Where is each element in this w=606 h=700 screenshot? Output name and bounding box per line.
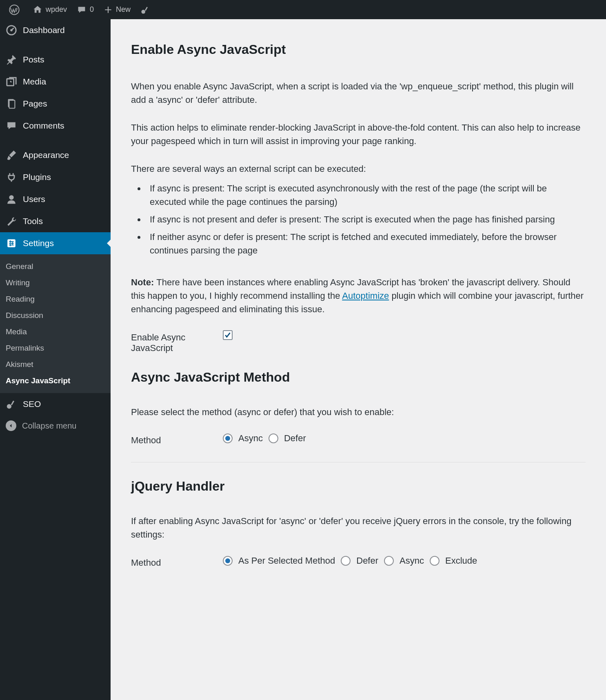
submenu-permalinks[interactable]: Permalinks bbox=[0, 340, 111, 356]
site-link[interactable]: wpdev bbox=[28, 0, 72, 19]
admin-sidebar: Dashboard Posts Media Pages Comments App… bbox=[0, 19, 111, 609]
jquery-intro: If after enabling Async JavaScript for '… bbox=[131, 514, 586, 541]
jquery-method-row: Method As Per Selected Method Defer Asyn… bbox=[131, 556, 586, 568]
radio-jq-defer-label: Defer bbox=[356, 556, 378, 566]
radio-jq-selected[interactable] bbox=[223, 556, 233, 566]
sliders-icon bbox=[6, 238, 17, 249]
enable-row: Enable Async JavaScript bbox=[131, 330, 586, 353]
list-item: If async is not present and defer is pre… bbox=[146, 211, 586, 228]
jquery-method-label: Method bbox=[131, 556, 223, 568]
radio-async[interactable] bbox=[223, 433, 233, 443]
comments-count: 0 bbox=[90, 5, 94, 14]
dashboard-icon bbox=[6, 24, 17, 36]
submenu-media[interactable]: Media bbox=[0, 324, 111, 340]
menu-media[interactable]: Media bbox=[0, 71, 111, 93]
radio-async-label: Async bbox=[238, 433, 263, 444]
menu-settings[interactable]: Settings bbox=[0, 232, 111, 254]
site-name: wpdev bbox=[46, 5, 67, 14]
brush-icon bbox=[6, 149, 17, 161]
new-label: New bbox=[116, 5, 131, 14]
intro-p1: When you enable Async JavaScript, when a… bbox=[131, 80, 586, 107]
note-paragraph: Note: There have been instances where en… bbox=[131, 276, 586, 316]
intro-p3: There are several ways an external scrip… bbox=[131, 162, 586, 176]
submenu-async-js[interactable]: Async JavaScript bbox=[0, 373, 111, 389]
collapse-icon bbox=[6, 420, 16, 431]
section-title-enable: Enable Async JavaScript bbox=[131, 42, 586, 57]
svg-point-9 bbox=[7, 404, 11, 409]
new-link[interactable]: New bbox=[99, 0, 135, 19]
plug-icon bbox=[6, 171, 17, 183]
radio-jq-async-label: Async bbox=[400, 556, 424, 566]
menu-comments[interactable]: Comments bbox=[0, 115, 111, 137]
menu-pages[interactable]: Pages bbox=[0, 93, 111, 115]
comments-link[interactable]: 0 bbox=[72, 0, 99, 19]
intro-p2: This action helps to eliminate render-bl… bbox=[131, 121, 586, 148]
radio-defer[interactable] bbox=[269, 433, 278, 443]
wrench-icon bbox=[6, 216, 17, 227]
list-item: If neither async or defer is present: Th… bbox=[146, 228, 586, 259]
method-label: Method bbox=[131, 433, 223, 446]
radio-jq-async[interactable] bbox=[384, 556, 394, 566]
submenu-general[interactable]: General bbox=[0, 258, 111, 275]
section-title-jquery: jQuery Handler bbox=[131, 479, 586, 494]
pin-icon bbox=[6, 54, 17, 65]
radio-jq-exclude-label: Exclude bbox=[445, 556, 477, 566]
svg-rect-6 bbox=[9, 100, 15, 109]
menu-tools[interactable]: Tools bbox=[0, 210, 111, 232]
admin-toolbar: wpdev 0 New bbox=[0, 0, 606, 19]
svg-rect-4 bbox=[7, 79, 14, 86]
enable-checkbox[interactable] bbox=[223, 330, 233, 340]
enable-label: Enable Async JavaScript bbox=[131, 330, 223, 353]
menu-seo[interactable]: SEO bbox=[0, 393, 111, 415]
menu-posts[interactable]: Posts bbox=[0, 49, 111, 71]
svg-point-3 bbox=[10, 29, 13, 31]
list-item: If async is present: The script is execu… bbox=[146, 180, 586, 211]
submenu-reading[interactable]: Reading bbox=[0, 291, 111, 307]
svg-point-1 bbox=[141, 10, 145, 14]
method-intro: Please select the method (async or defer… bbox=[131, 405, 586, 419]
divider bbox=[131, 462, 586, 462]
wp-logo[interactable] bbox=[4, 0, 28, 19]
menu-users[interactable]: Users bbox=[0, 188, 111, 210]
settings-submenu: General Writing Reading Discussion Media… bbox=[0, 254, 111, 393]
execution-list: If async is present: The script is execu… bbox=[131, 180, 586, 259]
submenu-akismet[interactable]: Akismet bbox=[0, 356, 111, 373]
menu-plugins[interactable]: Plugins bbox=[0, 166, 111, 188]
svg-point-7 bbox=[9, 195, 13, 200]
menu-appearance[interactable]: Appearance bbox=[0, 144, 111, 166]
pages-icon bbox=[6, 98, 17, 109]
radio-jq-defer[interactable] bbox=[341, 556, 351, 566]
main-content: Enable Async JavaScript When you enable … bbox=[111, 19, 606, 609]
user-icon bbox=[6, 193, 17, 205]
media-icon bbox=[6, 76, 17, 87]
method-row: Method Async Defer bbox=[131, 433, 586, 446]
seo-icon-top[interactable] bbox=[135, 0, 158, 19]
menu-dashboard[interactable]: Dashboard bbox=[0, 19, 111, 41]
submenu-discussion[interactable]: Discussion bbox=[0, 307, 111, 324]
radio-jq-selected-label: As Per Selected Method bbox=[238, 556, 335, 566]
radio-jq-exclude[interactable] bbox=[430, 556, 440, 566]
seo-icon bbox=[6, 398, 17, 410]
submenu-writing[interactable]: Writing bbox=[0, 275, 111, 291]
section-title-method: Async JavaScript Method bbox=[131, 370, 586, 385]
autoptimize-link[interactable]: Autoptimize bbox=[342, 291, 389, 301]
radio-defer-label: Defer bbox=[284, 433, 306, 444]
collapse-menu[interactable]: Collapse menu bbox=[0, 415, 111, 436]
comments-icon bbox=[6, 120, 17, 131]
note-label: Note: bbox=[131, 277, 156, 287]
